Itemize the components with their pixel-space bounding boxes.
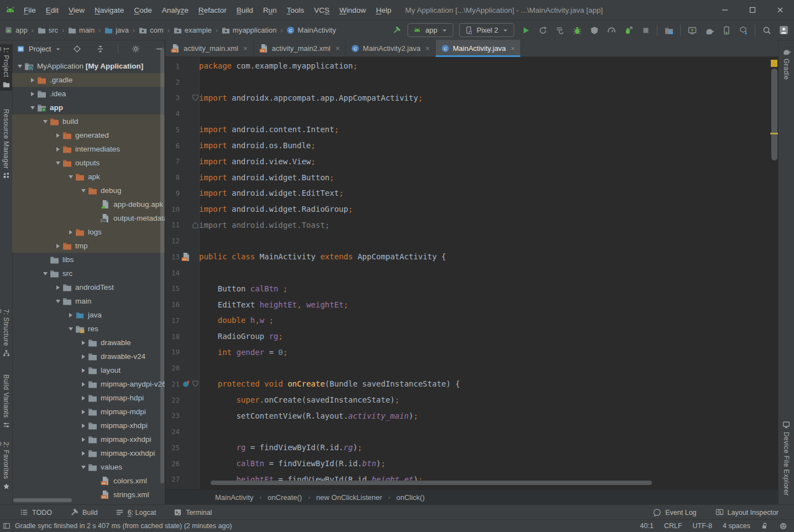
code-line-21[interactable]: 21 protected void onCreate(Bundle savedI… [165,376,779,392]
editor-breadcrumb-new OnClickListener[interactable]: new OnClickListener [315,493,383,502]
gradle-sync-button[interactable] [701,23,717,38]
tree-item-src[interactable]: src [12,267,165,280]
tree-arrow-collapsed[interactable] [54,244,62,248]
attach-debugger-button[interactable] [620,23,636,38]
menu-vcs[interactable]: VCS [309,6,335,14]
tree-item-generated[interactable]: generated [12,128,165,142]
code-line-4[interactable]: 4 [165,106,779,122]
tree-arrow-expanded[interactable] [79,466,88,469]
tree-arrow-collapsed[interactable] [54,133,62,138]
tree-arrow-collapsed[interactable] [79,424,88,428]
code-line-11[interactable]: 11import android.widget.Toast; [165,217,779,233]
run-button[interactable] [518,23,534,38]
breadcrumb-item-java[interactable]: java [103,25,130,35]
tree-item-mipmap-anydpi-v26[interactable]: mipmap-anydpi-v26 [12,377,165,391]
tree-item-main[interactable]: main [12,294,165,308]
code-line-23[interactable]: 23 setContentView(R.layout.activity_main… [165,408,779,424]
code-line-8[interactable]: 8import android.widget.Button; [165,169,779,185]
breadcrumb-item-MainActivity[interactable]: CMainActivity [285,25,337,35]
close-icon[interactable]: × [511,44,515,53]
code-line-9[interactable]: 9import android.widget.EditText; [165,185,779,201]
tree-arrow-collapsed[interactable] [79,341,88,345]
run-configuration-select[interactable]: app [408,23,453,37]
tool-window-button-layout-inspector[interactable]: Layout Inspector [715,508,779,517]
tree-arrow-collapsed[interactable] [79,368,88,373]
sdk-manager-button[interactable] [735,23,751,38]
tool-stripe-1-project[interactable]: 1: Project [0,44,12,91]
tool-window-button-build[interactable]: Build [70,508,98,517]
tool-stripe-2-favorites[interactable]: 2: Favorites [0,439,12,493]
tree-item-build[interactable]: build [12,114,165,128]
tree-item-mipmap-xxhdpi[interactable]: mipmap-xxhdpi [12,432,165,446]
tab-MainActivity.java[interactable]: CMainActivity.java× [436,40,521,56]
tool-stripe-gradle[interactable]: Gradle [779,44,794,82]
menu-navigate[interactable]: Navigate [90,6,129,14]
fold-marker-up[interactable] [191,222,199,228]
file-encoding[interactable]: UTF-8 [693,522,712,530]
menu-run[interactable]: Run [258,6,282,14]
close-button[interactable] [766,0,794,20]
tree-item-drawable[interactable]: drawable [12,336,165,350]
project-panel-title[interactable]: Project [29,45,51,53]
tree-arrow-expanded[interactable] [41,120,50,123]
code-line-19[interactable]: 19 int gender = 0; [165,345,779,361]
tab-activity_main2.xml[interactable]: <>activity_main2.xml× [254,40,346,56]
tree-arrow-collapsed[interactable] [28,78,37,82]
fold-marker-down[interactable] [191,380,199,387]
code-line-16[interactable]: 16 EditText heightEt, weightEt; [165,296,779,312]
tree-item-tmp[interactable]: tmp [12,239,165,253]
search-everywhere-button[interactable] [759,23,775,38]
tree-arrow-expanded[interactable] [54,161,62,165]
tree-item-mipmap-xxxhdpi[interactable]: mipmap-xxxhdpi [12,446,165,460]
tree-arrow-expanded[interactable] [54,300,62,303]
tree-item-mipmap-xhdpi[interactable]: mipmap-xhdpi [12,419,165,432]
code-line-2[interactable]: 2 [165,74,779,90]
menu-refactor[interactable]: Refactor [194,6,232,14]
tree-item-apk[interactable]: apk [12,170,165,184]
tree-item-outputs[interactable]: outputs [12,156,165,170]
menu-code[interactable]: Code [129,6,156,14]
editor-breadcrumb-MainActivity[interactable]: MainActivity [214,493,254,502]
tree-arrow-collapsed[interactable] [79,451,88,456]
code-line-10[interactable]: 10import android.widget.RadioGroup; [165,201,779,217]
tool-window-button-6-logcat[interactable]: 6: Logcat [116,508,156,517]
lock-icon[interactable] [761,522,769,530]
locate-button[interactable] [69,42,85,56]
menu-build[interactable]: Build [232,6,258,14]
breadcrumb-item-example[interactable]: example [173,25,213,35]
tree-item-MyApplication[interactable]: MyApplication [My Application] [12,59,165,73]
tree-item-.idea[interactable]: .idea [12,87,165,101]
override-icon[interactable] [181,380,191,388]
tree-arrow-expanded[interactable] [79,189,88,192]
breadcrumb-item-app[interactable]: app [3,25,29,35]
tree-item-app[interactable]: app [12,101,165,114]
tree-arrow-expanded[interactable] [28,106,37,109]
tree-item-androidTest[interactable]: androidTest [12,280,165,294]
code-line-25[interactable]: 25 rg = findViewById(R.id.rg); [165,440,779,456]
tree-item-debug[interactable]: debug [12,184,165,197]
code-line-18[interactable]: 18 RadioGroup rg; [165,328,779,345]
close-icon[interactable]: × [243,44,248,53]
editor-breadcrumb-onClick()[interactable]: onClick() [395,493,426,502]
menu-help[interactable]: Help [371,6,396,14]
tree-item-app-debug.apk[interactable]: app-debug.apk [12,197,165,211]
tree-arrow-collapsed[interactable] [66,313,75,317]
fold-marker-down[interactable] [191,95,199,101]
tree-arrow-collapsed[interactable] [66,230,75,234]
editor-vertical-scrollbar[interactable] [771,69,777,160]
tree-item-.gradle[interactable]: .gradle [12,73,165,87]
menu-view[interactable]: View [64,6,90,14]
apply-changes-button[interactable] [535,23,551,38]
code-line-6[interactable]: 6import android.os.Bundle; [165,138,779,154]
tree-item-res[interactable]: res [12,322,165,336]
project-structure-button[interactable] [661,23,677,38]
maximize-button[interactable] [739,0,766,20]
project-tree-horizontal-scrollbar[interactable] [13,498,72,502]
breadcrumb-item-myapplication[interactable]: myapplication [221,25,278,35]
tree-arrow-expanded[interactable] [66,175,75,179]
profile-avatar-button[interactable] [776,23,792,38]
tree-arrow-expanded[interactable] [66,327,75,331]
tree-arrow-collapsed[interactable] [79,354,88,359]
tree-item-output-metadata.json[interactable]: {..}output-metadata.json [12,211,165,225]
code-line-5[interactable]: 5import android.content.Intent; [165,122,779,138]
